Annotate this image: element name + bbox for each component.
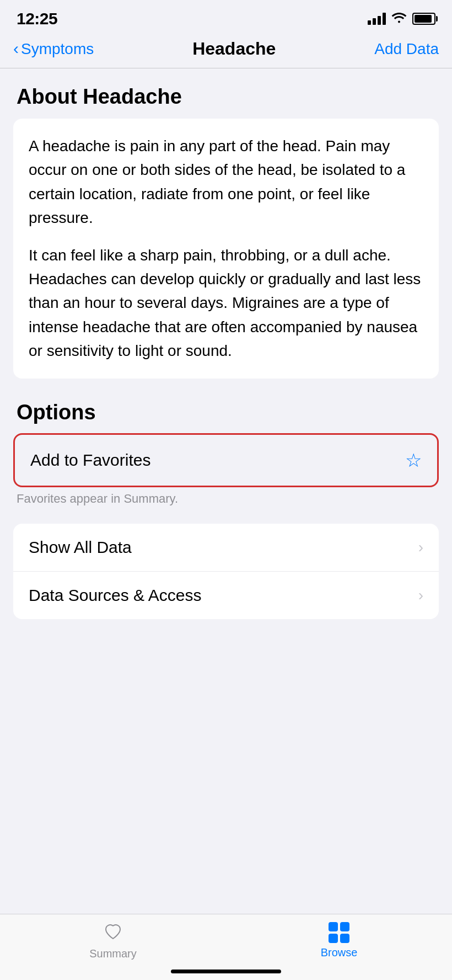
page-title: Headache <box>192 39 276 59</box>
home-indicator <box>171 970 281 973</box>
back-chevron-icon: ‹ <box>13 39 19 58</box>
add-to-favorites-label: Add to Favorites <box>30 451 150 470</box>
about-card-text: A headache is pain in any part of the he… <box>29 134 423 363</box>
chevron-right-icon: › <box>418 539 423 556</box>
about-card: A headache is pain in any part of the he… <box>13 119 439 379</box>
add-to-favorites-button[interactable]: Add to Favorites ☆ <box>13 433 439 487</box>
back-button[interactable]: ‹ Symptoms <box>13 40 94 58</box>
main-content: About Headache A headache is pain in any… <box>0 68 452 636</box>
navigation-bar: ‹ Symptoms Headache Add Data <box>0 33 452 68</box>
tab-browse-label: Browse <box>321 946 358 959</box>
data-sources-button[interactable]: Data Sources & Access › <box>13 571 439 619</box>
show-all-data-button[interactable]: Show All Data › <box>13 524 439 571</box>
about-section-title: About Headache <box>13 85 439 109</box>
chevron-right-icon-2: › <box>418 587 423 604</box>
about-paragraph-2: It can feel like a sharp pain, throbbing… <box>29 243 423 363</box>
favorites-hint: Favorites appear in Summary. <box>13 487 439 517</box>
status-bar: 12:25 <box>0 0 452 33</box>
status-icons <box>368 11 435 26</box>
options-list-card: Show All Data › Data Sources & Access › <box>13 524 439 619</box>
battery-icon <box>412 13 435 25</box>
signal-icon <box>368 13 386 25</box>
back-label: Symptoms <box>21 40 94 58</box>
heart-icon <box>103 922 123 944</box>
data-sources-label: Data Sources & Access <box>29 586 201 605</box>
tab-summary-label: Summary <box>89 947 137 960</box>
tab-summary[interactable]: Summary <box>0 922 226 960</box>
tab-browse[interactable]: Browse <box>226 922 452 959</box>
options-section-title: Options <box>13 401 439 424</box>
star-icon: ☆ <box>405 449 422 471</box>
wifi-icon <box>391 11 407 26</box>
show-all-data-label: Show All Data <box>29 538 132 557</box>
status-time: 12:25 <box>17 9 57 28</box>
add-data-button[interactable]: Add Data <box>374 40 439 58</box>
about-paragraph-1: A headache is pain in any part of the he… <box>29 134 423 230</box>
grid-icon <box>329 922 349 943</box>
